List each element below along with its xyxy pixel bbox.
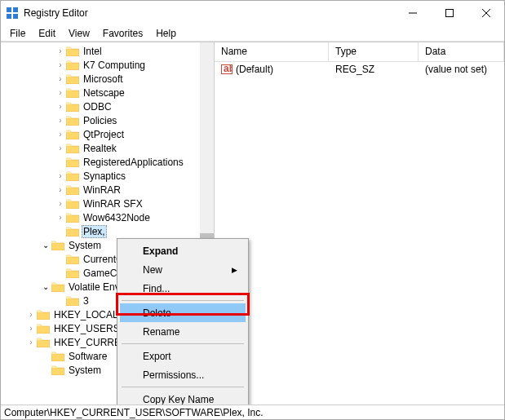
menu-file[interactable]: File	[4, 26, 31, 41]
menu-edit[interactable]: Edit	[33, 26, 61, 41]
tree-label: Software	[67, 351, 109, 362]
value-row[interactable]: ab (Default) REG_SZ (value not set)	[215, 62, 504, 77]
tree-item[interactable]: ›Policies	[25, 113, 214, 127]
context-new[interactable]: New▶	[120, 260, 246, 279]
tree-item[interactable]: ›K7 Computing	[25, 58, 214, 72]
string-value-icon: ab	[221, 64, 233, 75]
tree-label: 3	[82, 295, 91, 307]
tree-label: WinRAR	[82, 184, 122, 196]
tree-label: Microsoft	[82, 73, 125, 85]
tree-label: System	[67, 240, 103, 251]
svg-rect-5	[445, 10, 453, 17]
svg-rect-3	[13, 14, 18, 19]
tree-item[interactable]: ›QtProject	[25, 127, 214, 141]
tree-item[interactable]: ›Netscape	[25, 86, 214, 99]
tree-item[interactable]: ›Intel	[25, 44, 214, 58]
value-data: (value not set)	[419, 64, 504, 75]
tree-item[interactable]: ›WinRAR	[25, 183, 214, 197]
tree-label: Intel	[82, 46, 104, 57]
tree-label: HKEY_USERS	[52, 323, 122, 334]
tree-item[interactable]: ›Microsoft	[25, 72, 214, 86]
svg-rect-2	[7, 14, 11, 19]
tree-label: QtProject	[82, 129, 126, 140]
tree-label: RegisteredApplications	[82, 157, 185, 168]
tree-label: Plex,	[82, 225, 107, 238]
context-export[interactable]: Export	[120, 347, 246, 365]
minimize-button[interactable]	[394, 1, 431, 25]
menu-favorites[interactable]: Favorites	[97, 26, 148, 41]
window-title: Registry Editor	[24, 7, 394, 19]
tree-item[interactable]: ›Realtek	[25, 141, 214, 155]
value-type: REG_SZ	[329, 64, 419, 75]
context-delete[interactable]: Delete	[120, 303, 246, 322]
tree-label: ODBC	[82, 101, 113, 113]
tree-label: Wow6432Node	[82, 212, 152, 223]
menubar: File Edit View Favorites Help	[1, 25, 504, 42]
col-data[interactable]: Data	[419, 42, 504, 61]
menu-view[interactable]: View	[63, 26, 95, 41]
maximize-button[interactable]	[431, 1, 467, 25]
col-type[interactable]: Type	[329, 42, 419, 61]
svg-rect-1	[13, 7, 18, 12]
context-permissions[interactable]: Permissions...	[120, 365, 246, 384]
tree-item[interactable]: ›Synaptics	[25, 169, 214, 183]
tree-label: Policies	[82, 115, 118, 126]
context-expand[interactable]: Expand	[120, 241, 246, 260]
context-find[interactable]: Find...	[120, 279, 246, 298]
close-button[interactable]	[467, 1, 504, 25]
tree-label: Realtek	[82, 143, 118, 154]
regedit-icon	[6, 7, 19, 20]
svg-rect-0	[7, 7, 11, 12]
tree-item[interactable]: Plex,	[25, 224, 214, 238]
values-pane[interactable]: Name Type Data ab (Default) REG_SZ (valu…	[215, 42, 504, 405]
tree-item[interactable]: ›WinRAR SFX	[25, 197, 214, 210]
tree-item[interactable]: ›Wow6432Node	[25, 210, 214, 224]
tree-item[interactable]: RegisteredApplications	[25, 155, 214, 169]
tree-label: Netscape	[82, 87, 126, 99]
context-menu: ExpandNew▶Find...DeleteRenameExportPermi…	[117, 238, 249, 412]
menu-help[interactable]: Help	[150, 26, 182, 41]
tree-label: Synaptics	[82, 170, 127, 182]
tree-label: WinRAR SFX	[82, 198, 144, 210]
tree-label: K7 Computing	[82, 60, 147, 71]
tree-label: System	[67, 365, 103, 376]
tree-item[interactable]: ›ODBC	[25, 99, 214, 113]
value-name: (Default)	[236, 64, 273, 75]
statusbar: Computer\HKEY_CURRENT_USER\SOFTWARE\Plex…	[1, 405, 504, 419]
titlebar: Registry Editor	[1, 1, 504, 25]
svg-text:ab: ab	[224, 64, 233, 74]
context-rename[interactable]: Rename	[120, 322, 246, 341]
col-name[interactable]: Name	[215, 42, 329, 61]
